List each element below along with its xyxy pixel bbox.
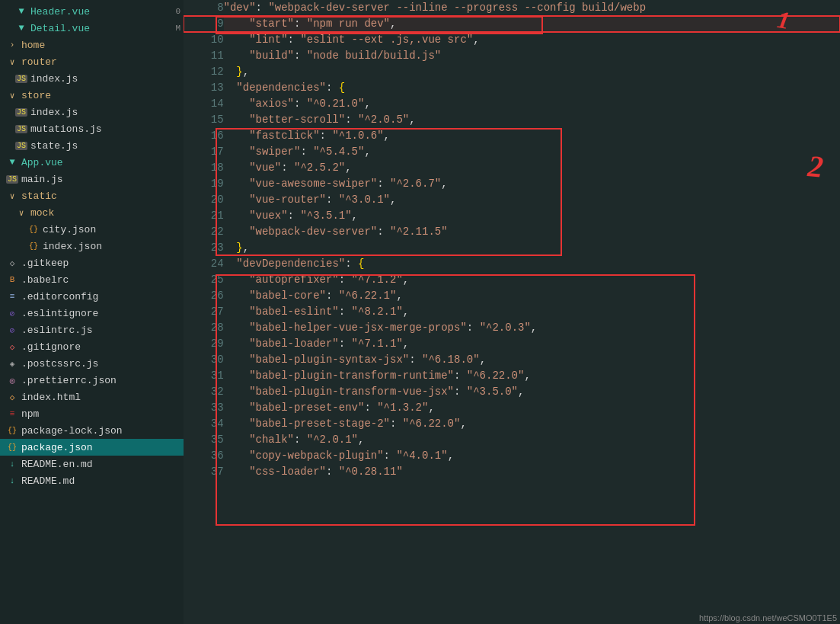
sidebar-item-index-js-store[interactable]: JS index.js <box>0 104 184 120</box>
table-row: 30 "babel-plugin-syntax-jsx": "^6.18.0", <box>184 352 840 368</box>
line-number: 14 <box>184 96 224 112</box>
line-content: "css-loader": "^0.28.11" <box>224 464 840 480</box>
table-row: 19 "vue-awesome-swiper": "^2.6.7", <box>184 176 840 192</box>
sidebar-item-index-js-router[interactable]: JS index.js <box>0 70 184 87</box>
sidebar-label: main.js <box>21 174 63 185</box>
npm-icon: ≡ <box>6 409 18 418</box>
sidebar-item-mock[interactable]: ∨ mock <box>0 204 184 221</box>
sidebar-label: mock <box>30 207 54 219</box>
sidebar-item-package-lock-json[interactable]: {} package-lock.json <box>0 422 184 439</box>
line-content: "better-scroll": "^2.0.5", <box>224 112 840 128</box>
line-number: 11 <box>184 48 224 64</box>
table-row: 33 "babel-preset-env": "^1.3.2", <box>184 400 840 416</box>
sidebar-item-editorconfig[interactable]: ≡ .editorconfig <box>0 288 184 305</box>
table-row: 10 "lint": "eslint --ext .js,.vue src", <box>184 32 840 48</box>
sidebar-label: index.html <box>21 392 81 403</box>
line-number: 16 <box>184 128 224 144</box>
sidebar-item-readme-en-md[interactable]: ↓ README.en.md <box>0 456 184 472</box>
sidebar-item-router[interactable]: ∨ router <box>0 53 184 70</box>
sidebar-label: .eslintignore <box>21 308 98 319</box>
line-content: "webpack-dev-server": "^2.11.5" <box>224 224 840 240</box>
line-content: "vue": "^2.5.2", <box>224 160 840 176</box>
table-row: 17 "swiper": "^5.4.5", <box>184 144 840 160</box>
sidebar-item-prettierrc-json[interactable]: ◎ .prettierrc.json <box>0 372 184 389</box>
line-number: 23 <box>184 240 224 256</box>
sidebar-item-babelrc[interactable]: B .babelrc <box>0 271 184 288</box>
eslint-icon: ⊘ <box>6 309 18 318</box>
table-row: 37 "css-loader": "^0.28.11" <box>184 464 840 480</box>
sidebar-label: .editorconfig <box>21 291 98 302</box>
sidebar-item-gitkeep[interactable]: ◇ .gitkeep <box>0 254 184 271</box>
js-icon: JS <box>15 75 27 83</box>
line-content: "vue-awesome-swiper": "^2.6.7", <box>224 176 840 192</box>
chevron-down-icon: ∨ <box>15 208 27 218</box>
table-row: 26 "babel-core": "^6.22.1", <box>184 288 840 304</box>
table-row: 28 "babel-helper-vue-jsx-merge-props": "… <box>184 320 840 336</box>
line-number: 8 <box>184 0 224 16</box>
sidebar-label: README.en.md <box>21 459 93 470</box>
line-number: 26 <box>184 288 224 304</box>
sidebar-label: mutations.js <box>30 123 102 135</box>
line-number: 13 <box>184 80 224 96</box>
sidebar-item-state-js[interactable]: JS state.js <box>0 137 184 154</box>
js-icon: JS <box>6 175 18 184</box>
line-number: 33 <box>184 400 224 416</box>
sidebar-item-npm[interactable]: ≡ npm <box>0 405 184 422</box>
sidebar-label: package.json <box>21 442 93 453</box>
line-content: "fastclick": "^1.0.6", <box>224 128 840 144</box>
code-content[interactable]: 8 "dev": "webpack-dev-server --inline --… <box>184 0 840 624</box>
line-number: 36 <box>184 448 224 464</box>
badge: M <box>175 24 180 33</box>
sidebar-item-home[interactable]: › home <box>0 37 184 53</box>
sidebar-label: .babelrc <box>21 274 69 286</box>
babel-icon: B <box>6 275 18 284</box>
sidebar-item-city-json[interactable]: {} city.json <box>0 221 184 238</box>
sidebar-item-header-vue[interactable]: ▼ Header.vue 0 <box>0 3 184 20</box>
json-icon: {} <box>27 242 40 251</box>
sidebar-item-readme-md[interactable]: ↓ README.md <box>0 472 184 489</box>
line-content: "swiper": "^5.4.5", <box>224 144 840 160</box>
line-content: "babel-eslint": "^8.2.1", <box>224 304 840 320</box>
js-icon: JS <box>15 142 27 150</box>
sidebar-item-gitignore[interactable]: ◇ .gitignore <box>0 338 184 355</box>
line-number: 24 <box>184 256 224 272</box>
sidebar-item-detail-vue[interactable]: ▼ Detail.vue M <box>0 20 184 37</box>
sidebar-label: .gitignore <box>21 341 81 353</box>
badge: 0 <box>175 7 180 16</box>
table-row: 36 "copy-webpack-plugin": "^4.0.1", <box>184 448 840 464</box>
table-row: 32 "babel-plugin-transform-vue-jsx": "^3… <box>184 384 840 400</box>
sidebar-item-postcssrc-js[interactable]: ◈ .postcssrc.js <box>0 355 184 372</box>
sidebar-item-static[interactable]: ∨ static <box>0 187 184 204</box>
sidebar-item-main-js[interactable]: JS main.js <box>0 171 184 187</box>
table-row: 34 "babel-preset-stage-2": "^6.22.0", <box>184 416 840 432</box>
diamond-icon: ◇ <box>6 258 18 268</box>
sidebar-label: .eslintrc.js <box>21 325 93 336</box>
line-content: "build": "node build/build.js" <box>224 48 840 64</box>
table-row: 29 "babel-loader": "^7.1.1", <box>184 336 840 352</box>
sidebar-item-app-vue[interactable]: ▼ App.vue <box>0 154 184 171</box>
watermark: https://blog.csdn.net/weCSMO0T1E5 <box>699 613 837 622</box>
line-number: 10 <box>184 32 224 48</box>
table-row: 27 "babel-eslint": "^8.2.1", <box>184 304 840 320</box>
sidebar-item-mutations-js[interactable]: JS mutations.js <box>0 120 184 137</box>
json-icon: {} <box>6 427 18 435</box>
line-number: 25 <box>184 272 224 288</box>
sidebar-item-store[interactable]: ∨ store <box>0 87 184 104</box>
table-row: 9 "start": "npm run dev", <box>184 16 840 32</box>
sidebar-label: .prettierrc.json <box>21 375 117 386</box>
sidebar-label: store <box>21 90 51 101</box>
json-icon: {} <box>27 226 40 234</box>
line-number: 34 <box>184 416 224 432</box>
sidebar-item-eslintignore[interactable]: ⊘ .eslintignore <box>0 305 184 322</box>
table-row: 16 "fastclick": "^1.0.6", <box>184 128 840 144</box>
table-row: 11 "build": "node build/build.js" <box>184 48 840 64</box>
line-content: "lint": "eslint --ext .js,.vue src", <box>224 32 840 48</box>
line-content: "axios": "^0.21.0", <box>224 96 840 112</box>
sidebar-item-eslintrc-js[interactable]: ⊘ .eslintrc.js <box>0 322 184 338</box>
sidebar-item-package-json[interactable]: {} package.json <box>0 439 184 456</box>
sidebar-item-index-json[interactable]: {} index.json <box>0 238 184 254</box>
md-icon: ↓ <box>6 476 18 485</box>
sidebar-label: city.json <box>43 224 96 235</box>
sidebar-item-index-html[interactable]: ◇ index.html <box>0 389 184 405</box>
chevron-down-icon: ∨ <box>6 57 18 67</box>
